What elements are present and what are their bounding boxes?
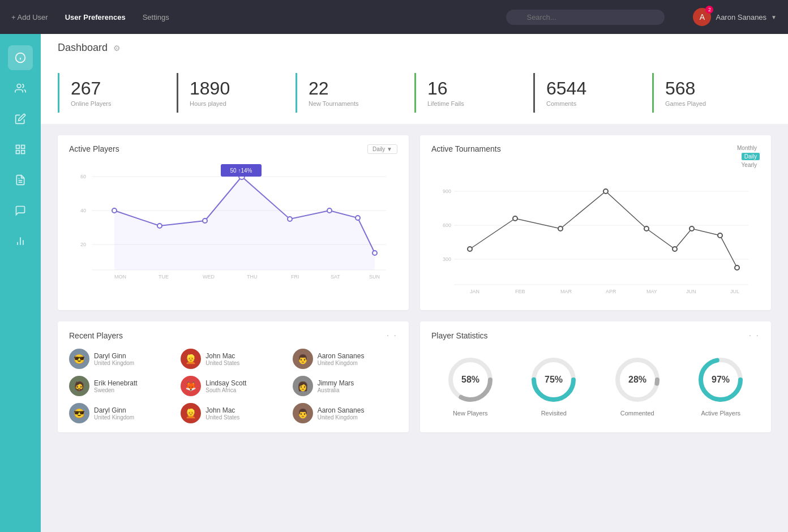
user-dropdown-icon[interactable]: ▼ [771, 14, 777, 20]
svg-point-51 [468, 247, 472, 251]
stat-number: 568 [665, 79, 760, 98]
sidebar-item-info[interactable] [8, 45, 33, 70]
user-area: A 2 Aaron Sananes ▼ [693, 8, 777, 26]
svg-rect-7 [22, 151, 25, 154]
player-name: John Mac [205, 352, 239, 360]
active-tournaments-title: Active Tournaments [431, 144, 501, 153]
stat-label: Games Played [665, 100, 760, 107]
main-layout: Dashboard ⚙ 267 Online Players 1890 Hour… [0, 34, 788, 532]
svg-point-57 [690, 226, 694, 231]
sidebar-item-edit[interactable] [8, 106, 33, 131]
donut-label: Commented [620, 410, 654, 417]
player-location: Sweden [94, 387, 138, 393]
sidebar-item-users[interactable] [8, 76, 33, 101]
svg-text:FRI: FRI [291, 274, 299, 280]
chart-header: Active Players Daily ▼ [69, 144, 397, 154]
svg-point-33 [356, 216, 360, 220]
player-location: United Kingdom [318, 360, 365, 366]
stat-label: Hours played [190, 100, 284, 107]
sidebar-item-grid[interactable] [8, 137, 33, 162]
player-item: 👨 Aaron Sananes United Kingdom [293, 403, 397, 423]
sidebar-item-chart[interactable] [8, 229, 33, 254]
player-location: Australia [318, 387, 354, 393]
player-item: 👨 Aaron Sananes United Kingdom [293, 349, 397, 369]
player-statistics-card: Player Statistics · · 58% New Players [420, 321, 771, 432]
svg-point-31 [288, 217, 292, 221]
search-input[interactable] [506, 10, 665, 25]
player-name: Aaron Sananes [318, 352, 365, 360]
page-header: Dashboard ⚙ [41, 34, 788, 62]
active-tournaments-chart: Active Tournaments Monthly Daily Yearly … [420, 135, 771, 310]
donut-label: Revisited [541, 410, 567, 417]
svg-text:TUE: TUE [159, 274, 169, 280]
sidebar [0, 34, 41, 532]
svg-text:MON: MON [114, 274, 126, 280]
player-avatar: 👨 [293, 403, 313, 423]
player-statistics-menu[interactable]: · · [749, 331, 760, 341]
settings-icon[interactable]: ⚙ [113, 44, 121, 53]
charts-row: Active Players Daily ▼ 60 40 20 MON TUE [58, 135, 771, 310]
player-location: South Africa [205, 387, 246, 393]
player-name: Aaron Sananes [318, 406, 365, 414]
svg-point-55 [644, 226, 649, 231]
donut-svg: 28% [612, 354, 663, 405]
stat-number: 267 [71, 79, 165, 98]
daily-dropdown[interactable]: Daily ▼ [367, 144, 397, 154]
svg-text:JAN: JAN [470, 289, 479, 294]
player-name: John Mac [205, 406, 239, 414]
recent-players-card: Recent Players · · 😎 Daryl Ginn United K… [58, 321, 409, 432]
stat-lifetime-fails: 16 Lifetime Fails [414, 73, 533, 113]
stat-online-players: 267 Online Players [58, 73, 177, 113]
notification-badge: 2 [705, 6, 713, 14]
player-item: 👱 John Mac United States [181, 403, 285, 423]
user-preferences-link[interactable]: User Preferences [65, 13, 126, 22]
monthly-btn[interactable]: Monthly [734, 144, 760, 152]
player-avatar: 🦊 [181, 376, 201, 396]
stat-label: New Tournaments [309, 100, 403, 107]
svg-text:JUL: JUL [730, 289, 739, 294]
chart-header-tournaments: Active Tournaments Monthly Daily Yearly [431, 144, 760, 169]
svg-point-54 [603, 189, 608, 194]
svg-point-53 [558, 226, 563, 231]
player-avatar: 👨 [293, 349, 313, 369]
stat-label: Comments [546, 100, 641, 107]
player-avatar: 👱 [181, 403, 201, 423]
recent-players-menu[interactable]: · · [387, 331, 397, 341]
svg-point-58 [718, 233, 722, 238]
yearly-btn[interactable]: Yearly [739, 161, 760, 169]
player-item: 👱 John Mac United States [181, 349, 285, 369]
svg-text:97%: 97% [712, 375, 730, 384]
daily-btn[interactable]: Daily [742, 153, 760, 160]
stat-hours-played: 1890 Hours played [177, 73, 296, 113]
donut-svg: 97% [695, 354, 746, 405]
player-name: Lindsay Scott [205, 379, 246, 387]
active-players-title: Active Players [69, 144, 119, 153]
player-avatar: 👩 [293, 376, 313, 396]
stat-number: 6544 [546, 79, 641, 98]
player-avatar: 👱 [181, 349, 201, 369]
stats-donuts: 58% New Players 75% Revisited [431, 349, 760, 417]
svg-point-52 [513, 216, 517, 221]
sidebar-item-chat[interactable] [8, 198, 33, 223]
add-user-link[interactable]: + Add User [11, 13, 48, 22]
player-statistics-header: Player Statistics · · [431, 331, 760, 341]
svg-text:75%: 75% [545, 375, 563, 384]
svg-point-59 [735, 265, 739, 270]
svg-text:FEB: FEB [515, 289, 525, 294]
top-navigation: + Add User User Preferences Settings 🔍 A… [0, 0, 788, 34]
settings-link[interactable]: Settings [143, 13, 169, 22]
player-avatar: 😎 [69, 349, 89, 369]
sidebar-item-document[interactable] [8, 168, 33, 192]
svg-text:58%: 58% [461, 375, 479, 384]
active-players-chart: Active Players Daily ▼ 60 40 20 MON TUE [58, 135, 409, 310]
svg-text:28%: 28% [628, 375, 646, 384]
svg-text:SUN: SUN [369, 274, 380, 280]
donut-label: New Players [453, 410, 488, 417]
svg-point-27 [112, 208, 117, 213]
active-players-svg: 60 40 20 MON TUE WED THU FRI SAT SUN [69, 160, 397, 284]
player-item: 😎 Daryl Ginn United Kingdom [69, 403, 174, 423]
player-name: Daryl Ginn [94, 406, 134, 414]
page-title: Dashboard [58, 42, 108, 54]
svg-text:MAY: MAY [646, 289, 657, 294]
svg-text:40: 40 [80, 208, 86, 213]
